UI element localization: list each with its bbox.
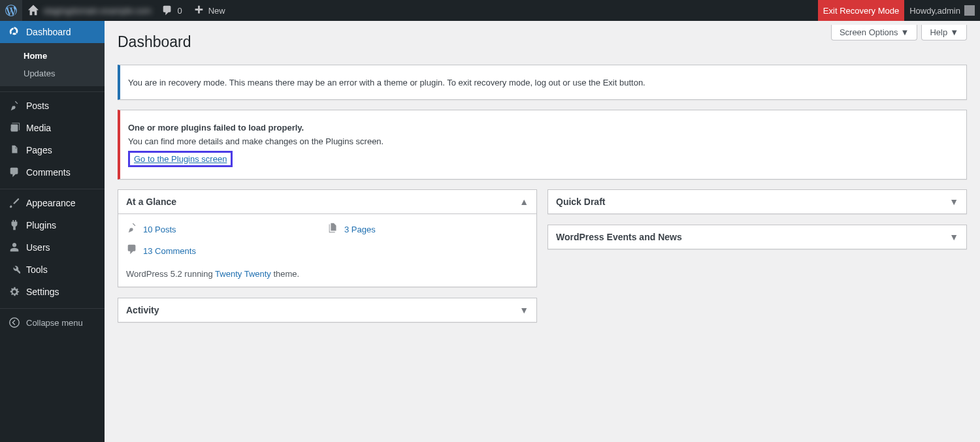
new-label: New xyxy=(208,6,225,16)
media-icon xyxy=(8,122,21,134)
submenu-label: Updates xyxy=(24,69,55,78)
plugin-icon xyxy=(8,219,21,231)
quick-draft-box: Quick Draft ▼ xyxy=(547,189,967,214)
plugins-screen-link[interactable]: Go to the Plugins screen xyxy=(134,154,227,164)
comment-icon xyxy=(161,5,173,16)
avatar xyxy=(964,5,975,16)
submenu-dashboard: Home Updates xyxy=(0,43,105,86)
version-suffix: theme. xyxy=(271,269,299,279)
help-button[interactable]: Help ▼ xyxy=(921,25,967,40)
home-icon xyxy=(27,5,39,16)
theme-link[interactable]: Twenty Twenty xyxy=(215,269,271,279)
collapse-menu-button[interactable]: Collapse menu xyxy=(0,311,105,334)
sidebar-item-label: Appearance xyxy=(26,198,76,208)
user-name: admin xyxy=(938,6,960,16)
pin-icon xyxy=(8,100,21,112)
site-home-link[interactable]: stagingdomain.example.com xyxy=(22,0,156,21)
wp-news-box: WordPress Events and News ▼ xyxy=(547,225,967,249)
sidebar-item-label: Pages xyxy=(26,145,52,155)
sidebar-item-comments[interactable]: Comments xyxy=(0,161,105,183)
sidebar-item-label: Users xyxy=(26,242,50,253)
comments-link[interactable]: 13 Comments xyxy=(143,246,196,256)
submenu-item-updates[interactable]: Updates xyxy=(0,65,105,82)
chevron-down-icon: ▼ xyxy=(901,27,909,37)
screen-options-label: Screen Options xyxy=(840,27,898,37)
wp-logo-icon[interactable] xyxy=(0,0,22,21)
sidebar-item-label: Tools xyxy=(26,264,48,275)
screen-options-button[interactable]: Screen Options ▼ xyxy=(831,25,917,40)
admin-toolbar: stagingdomain.example.com 0 New Exit Rec… xyxy=(0,0,980,21)
svg-point-0 xyxy=(10,318,19,327)
chevron-down-icon: ▼ xyxy=(950,27,958,37)
plus-icon xyxy=(193,5,204,16)
account-link[interactable]: Howdy, admin xyxy=(904,0,980,21)
glance-posts: 10 Posts xyxy=(126,222,327,237)
activity-title: Activity xyxy=(126,305,159,315)
sidebar-item-users[interactable]: Users xyxy=(0,236,105,259)
exit-recovery-button[interactable]: Exit Recovery Mode xyxy=(818,0,904,21)
wrench-icon xyxy=(8,264,21,276)
plugin-error-notice: One or more plugins failed to load prope… xyxy=(118,110,967,180)
sidebar-item-appearance[interactable]: Appearance xyxy=(0,192,105,214)
pages-link[interactable]: 3 Pages xyxy=(344,225,376,234)
sidebar-item-posts[interactable]: Posts xyxy=(0,95,105,117)
version-prefix: WordPress 5.2 running xyxy=(126,269,215,279)
sidebar-item-label: Media xyxy=(26,123,51,133)
howdy-text: Howdy, xyxy=(909,6,937,16)
toggle-quickdraft[interactable]: ▼ xyxy=(949,197,958,207)
submenu-item-home[interactable]: Home xyxy=(0,47,105,65)
news-title: WordPress Events and News xyxy=(556,232,682,242)
sidebar-item-label: Plugins xyxy=(26,220,56,230)
help-label: Help xyxy=(930,27,947,37)
notice-error-body: You can find more details and make chang… xyxy=(128,136,958,146)
sidebar-item-label: Posts xyxy=(26,101,49,111)
notice-error-title: One or more plugins failed to load prope… xyxy=(128,123,304,133)
page-icon xyxy=(8,144,21,156)
brush-icon xyxy=(8,197,21,209)
sidebar-item-label: Comments xyxy=(26,167,71,178)
toggle-news[interactable]: ▼ xyxy=(949,232,958,242)
user-icon xyxy=(8,242,21,253)
sidebar-item-tools[interactable]: Tools xyxy=(0,259,105,281)
toggle-at-a-glance[interactable]: ▲ xyxy=(519,197,529,207)
sidebar-item-plugins[interactable]: Plugins xyxy=(0,214,105,236)
settings-icon xyxy=(8,286,21,298)
sidebar-item-dashboard[interactable]: Dashboard xyxy=(0,21,105,43)
glance-comments: 13 Comments xyxy=(126,244,327,259)
main-content: Screen Options ▼ Help ▼ Dashboard You ar… xyxy=(105,21,980,442)
sidebar-item-pages[interactable]: Pages xyxy=(0,139,105,161)
pages-icon xyxy=(327,222,339,237)
notice-text: You are in recovery mode. This means the… xyxy=(128,78,958,87)
comments-icon xyxy=(8,166,21,178)
new-content-link[interactable]: New xyxy=(188,0,231,21)
recovery-mode-notice: You are in recovery mode. This means the… xyxy=(118,65,967,100)
collapse-label: Collapse menu xyxy=(26,318,83,328)
quickdraft-title: Quick Draft xyxy=(556,197,605,207)
glance-title: At a Glance xyxy=(126,197,176,207)
activity-box: Activity ▼ xyxy=(118,298,537,323)
sidebar-item-label: Settings xyxy=(26,287,59,297)
collapse-icon xyxy=(8,317,21,328)
pin-icon xyxy=(126,222,138,237)
glance-pages: 3 Pages xyxy=(327,222,529,237)
comments-icon xyxy=(126,244,138,259)
exit-recovery-label: Exit Recovery Mode xyxy=(823,6,899,16)
submenu-label: Home xyxy=(24,51,47,61)
admin-sidebar: Dashboard Home Updates Posts Media Pages… xyxy=(0,21,105,442)
sidebar-item-label: Dashboard xyxy=(26,27,71,37)
sidebar-item-media[interactable]: Media xyxy=(0,117,105,139)
comment-count: 0 xyxy=(177,6,182,16)
dashboard-icon xyxy=(8,26,21,38)
posts-link[interactable]: 10 Posts xyxy=(143,225,176,234)
site-name: stagingdomain.example.com xyxy=(43,6,151,16)
comments-link[interactable]: 0 xyxy=(156,0,187,21)
toggle-activity[interactable]: ▼ xyxy=(519,305,529,315)
sidebar-item-settings[interactable]: Settings xyxy=(0,281,105,303)
glance-version: WordPress 5.2 running Twenty Twenty them… xyxy=(126,269,529,279)
at-a-glance-box: At a Glance ▲ 10 Posts 3 Pages xyxy=(118,189,537,287)
